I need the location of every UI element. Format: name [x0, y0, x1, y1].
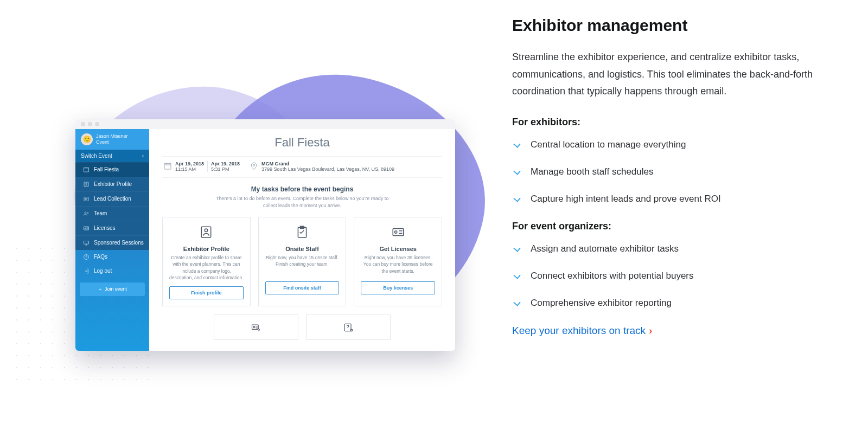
task-card-title: Get Licenses	[361, 246, 435, 252]
end-date: Apr 19, 2018	[211, 161, 240, 166]
event-title: Fall Fiesta	[162, 136, 442, 150]
task-card-extra-1	[214, 314, 298, 340]
list-item: Connect exhibitors with potential buyers	[512, 269, 835, 283]
sessions-icon	[83, 240, 90, 246]
sidebar-item-fall-fiesta[interactable]: Fall Fiesta	[75, 162, 149, 177]
sidebar-item-label: Fall Fiesta	[94, 166, 119, 172]
tasks-subheading: There's a lot to do before an event. Com…	[215, 195, 389, 209]
leads-icon	[83, 196, 90, 202]
finish-profile-button[interactable]: Finish profile	[169, 286, 244, 299]
organizers-subheading: For event organizers:	[512, 221, 835, 232]
venue: MGM Grand	[261, 161, 394, 166]
svg-point-11	[253, 164, 254, 166]
event-meta: Apr 19, 2018 11:15 AM Apr 19, 2018 5:31 …	[162, 156, 442, 178]
event-location: MGM Grand 3799 South Las Vegas Boulevard…	[250, 161, 394, 172]
sidebar-item-label: FAQs	[94, 254, 107, 260]
list-item: Central location to manage everything	[512, 138, 835, 152]
user-org: Cvent	[96, 139, 109, 145]
window-dot-icon	[88, 122, 92, 126]
list-item: Manage booth staff schedules	[512, 165, 835, 179]
profile-card-icon	[199, 225, 213, 239]
task-card-extra-2	[306, 314, 391, 340]
svg-rect-0	[84, 168, 89, 172]
svg-point-4	[85, 212, 86, 214]
sidebar-item-label: Exhibitor Profile	[94, 181, 132, 187]
sidebar: 🙂 Jason Misener Cvent Switch Event ›	[75, 129, 149, 351]
svg-point-5	[87, 213, 88, 214]
organizers-list: Assign and automate exhibitor tasks Conn…	[512, 242, 835, 311]
svg-point-13	[205, 229, 208, 232]
calendar-icon	[163, 162, 172, 170]
task-card-title: Exhibitor Profile	[169, 246, 244, 252]
sidebar-item-label: Licenses	[94, 225, 115, 231]
find-staff-button[interactable]: Find onsite staff	[265, 281, 340, 294]
sidebar-item-logout[interactable]: Log out	[75, 264, 149, 278]
task-card-onsite-staff: Onsite Staff Right now, you have 15 onsi…	[258, 217, 347, 306]
task-card-desc: Create an exhibitor profile to share wit…	[169, 254, 244, 281]
sidebar-user[interactable]: 🙂 Jason Misener Cvent	[75, 129, 149, 150]
sidebar-item-sponsored-sessions[interactable]: Sponsored Sessions	[75, 235, 149, 250]
user-name: Jason Misener	[96, 133, 128, 139]
profile-icon	[83, 181, 90, 188]
sidebar-item-label: Log out	[94, 268, 112, 274]
license-icon	[83, 225, 90, 232]
plus-icon: ＋	[98, 286, 103, 293]
switch-event-label: Switch Event	[81, 153, 112, 159]
avatar: 🙂	[81, 133, 93, 145]
switch-event[interactable]: Switch Event ›	[75, 150, 149, 162]
end-time: 5:31 PM	[211, 166, 240, 172]
license-card-icon	[391, 225, 405, 239]
chevron-right-icon: ›	[142, 153, 144, 159]
buy-licenses-button[interactable]: Buy licenses	[361, 281, 435, 294]
start-date: Apr 19, 2018	[175, 161, 204, 166]
tasks-heading: My tasks before the event begins	[162, 185, 442, 193]
window-dot-icon	[81, 122, 85, 126]
page-heading: Exhibitor management	[512, 16, 835, 35]
window-titlebar	[75, 119, 455, 129]
task-card-desc: Right now, you have 39 licenses. You can…	[361, 254, 435, 276]
event-icon	[83, 166, 90, 173]
address: 3799 South Las Vegas Boulevard, Las Vega…	[261, 166, 394, 172]
start-time: 11:15 AM	[175, 166, 204, 172]
lead-paragraph: Streamline the exhibitor experience, and…	[512, 49, 816, 100]
sidebar-item-faqs[interactable]: FAQs	[75, 250, 149, 264]
app-window: 🙂 Jason Misener Cvent Switch Event ›	[75, 119, 455, 351]
task-card-desc: Right now, you have 15 onsite staff. Fin…	[265, 254, 340, 276]
list-item: Comprehensive exhibitor reporting	[512, 296, 835, 310]
cta-label: Keep your exhibitors on track	[512, 325, 646, 337]
event-dates: Apr 19, 2018 11:15 AM Apr 19, 2018 5:31 …	[163, 161, 240, 172]
sidebar-item-team[interactable]: Team	[75, 206, 149, 221]
task-card-exhibitor-profile: Exhibitor Profile Create an exhibitor pr…	[162, 217, 251, 306]
help-card-icon	[341, 322, 355, 333]
location-icon	[250, 162, 258, 170]
main-panel: Fall Fiesta Apr 19, 2018 11:15 AM Apr 19…	[149, 129, 455, 351]
exhibitors-subheading: For exhibitors:	[512, 117, 835, 128]
sidebar-item-lead-collection[interactable]: Lead Collection	[75, 191, 149, 206]
join-event-button[interactable]: ＋ Join event	[80, 283, 145, 296]
list-item: Capture high intent leads and prove even…	[512, 192, 835, 206]
badge-transfer-icon	[249, 322, 263, 333]
cta-link[interactable]: Keep your exhibitors on track ›	[512, 325, 652, 337]
staff-card-icon	[295, 225, 309, 239]
chevron-right-icon: ›	[649, 325, 652, 337]
task-card-licenses: Get Licenses Right now, you have 39 lice…	[354, 217, 442, 306]
svg-point-2	[86, 183, 87, 184]
svg-point-16	[394, 231, 397, 233]
svg-point-7	[85, 228, 86, 229]
list-item: Assign and automate exhibitor tasks	[512, 242, 835, 256]
task-card-title: Onsite Staff	[265, 246, 340, 252]
help-icon	[83, 254, 90, 260]
svg-point-20	[350, 329, 353, 331]
sidebar-item-label: Lead Collection	[94, 196, 131, 202]
sidebar-item-licenses[interactable]: Licenses	[75, 221, 149, 235]
svg-point-18	[253, 326, 255, 328]
sidebar-item-exhibitor-profile[interactable]: Exhibitor Profile	[75, 177, 149, 191]
logout-icon	[83, 268, 90, 274]
team-icon	[83, 210, 90, 217]
exhibitors-list: Central location to manage everything Ma…	[512, 138, 835, 207]
window-dot-icon	[95, 122, 99, 126]
svg-rect-10	[164, 163, 171, 169]
svg-rect-8	[84, 241, 89, 244]
sidebar-item-label: Sponsored Sessions	[94, 240, 144, 246]
join-event-label: Join event	[105, 286, 127, 292]
